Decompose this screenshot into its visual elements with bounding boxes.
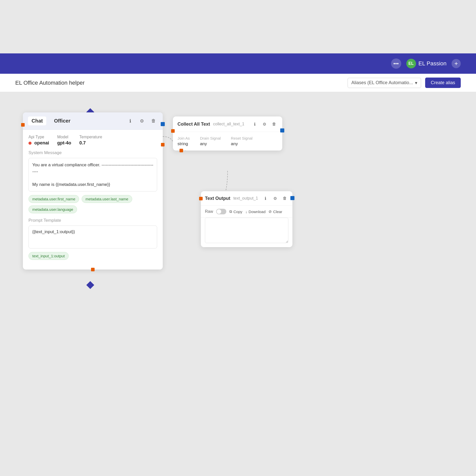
chevron-down-icon: ▾ <box>415 80 417 86</box>
output-node: Text Output text_output_1 ℹ ⚙ 🗑 Raw ⧉ C <box>201 191 292 247</box>
output-header-icons: ℹ ⚙ 🗑 <box>262 195 288 202</box>
meta-row: Api Type openai Model gpt-4o Temperature… <box>28 135 157 146</box>
collect-conn-bottom <box>180 149 183 152</box>
conn-right-top <box>161 122 165 126</box>
canvas: Chat Officer ℹ ⚙ 🗑 Api Type <box>0 92 476 476</box>
diamond-bottom <box>86 281 94 289</box>
raw-toggle[interactable] <box>216 209 226 214</box>
join-as-field: Join As string <box>177 136 190 146</box>
gear-icon: ⚙ <box>140 118 144 124</box>
collect-body: Join As string Drain Signal any Reset Si… <box>173 132 282 151</box>
output-title: Text Output <box>205 196 230 201</box>
api-dot <box>28 142 32 145</box>
copy-icon: ⧉ <box>229 209 232 214</box>
output-text-area[interactable] <box>205 218 288 243</box>
sub-header: EL Office Automation helper Aliases (EL … <box>0 74 476 92</box>
info-button[interactable]: ℹ <box>126 117 134 125</box>
sub-header-actions: Aliases (EL Office Automatio... ▾ Create… <box>348 78 461 88</box>
tag-language[interactable]: metadata.user.language <box>28 205 77 213</box>
prompt-tags: text_input_1:output <box>28 252 157 260</box>
model-field: Model gpt-4o <box>57 135 71 146</box>
more-options-button[interactable]: ••• <box>391 58 401 69</box>
collect-header: Collect All Text collect_all_text_1 ℹ ⚙ … <box>173 116 282 132</box>
tag-text-input[interactable]: text_input_1:output <box>28 252 69 260</box>
prompt-template-label: Prompt Template <box>28 218 157 223</box>
system-message-label: System Message <box>28 150 157 155</box>
node-header: Chat Officer ℹ ⚙ 🗑 <box>23 112 163 130</box>
system-message-tags: metadata.user.first_name metadata.user.l… <box>28 195 157 213</box>
tag-last-name[interactable]: metadata.user.last_name <box>82 195 132 203</box>
delete-button[interactable]: 🗑 <box>150 117 158 125</box>
output-title-row: Text Output text_output_1 <box>205 196 258 201</box>
aliases-dropdown[interactable]: Aliases (EL Office Automatio... ▾ <box>348 78 421 88</box>
output-header: Text Output text_output_1 ℹ ⚙ 🗑 <box>201 191 292 206</box>
output-conn-left <box>199 197 203 200</box>
download-button[interactable]: ↓ Download <box>245 210 265 214</box>
output-info-button[interactable]: ℹ <box>262 195 269 202</box>
avatar: EL <box>406 59 416 68</box>
clear-button[interactable]: ⊘ Clear <box>269 209 282 214</box>
node-tabs: Chat Officer <box>28 116 74 125</box>
info-icon: ℹ <box>254 122 256 127</box>
create-alias-button[interactable]: Create alias <box>425 78 461 88</box>
conn-bottom <box>91 268 95 271</box>
output-id: text_output_1 <box>233 196 258 201</box>
collect-title: Collect All Text <box>177 122 210 127</box>
api-type-field: Api Type openai <box>28 135 49 146</box>
user-name: EL Passion <box>419 60 447 67</box>
output-toolbar: Raw ⧉ Copy ↓ Download ⊘ Clear <box>201 206 292 218</box>
conn-right-mid <box>161 143 165 146</box>
conn-left-top <box>21 123 25 127</box>
top-bar: ••• EL EL Passion + <box>0 53 476 74</box>
collect-id: collect_all_text_1 <box>213 122 244 126</box>
settings-button[interactable]: ⚙ <box>138 117 146 125</box>
collect-fields: Join As string Drain Signal any Reset Si… <box>177 136 278 146</box>
output-conn-right <box>290 196 294 200</box>
user-badge: EL EL Passion <box>406 59 447 68</box>
collect-conn-right <box>280 128 284 132</box>
chat-node: Chat Officer ℹ ⚙ 🗑 Api Type <box>23 112 163 270</box>
drain-signal-field: Drain Signal any <box>200 136 221 146</box>
trash-icon: 🗑 <box>272 122 276 126</box>
collect-header-icons: ℹ ⚙ 🗑 <box>251 121 278 128</box>
raw-label: Raw <box>205 209 213 214</box>
collect-node: Collect All Text collect_all_text_1 ℹ ⚙ … <box>173 116 282 151</box>
trash-icon: 🗑 <box>151 118 156 124</box>
tag-first-name[interactable]: metadata.user.first_name <box>28 195 79 203</box>
collect-title-row: Collect All Text collect_all_text_1 <box>177 122 244 127</box>
output-settings-button[interactable]: ⚙ <box>272 195 279 202</box>
gear-icon: ⚙ <box>273 196 277 201</box>
collect-delete-button[interactable]: 🗑 <box>271 121 278 128</box>
info-icon: ℹ <box>129 118 131 124</box>
info-icon: ℹ <box>265 196 266 201</box>
tab-officer[interactable]: Officer <box>50 116 74 125</box>
add-tab-button[interactable]: + <box>452 59 461 68</box>
node-body: Api Type openai Model gpt-4o Temperature… <box>23 130 163 270</box>
page-title: EL Office Automation helper <box>15 80 85 86</box>
tab-chat[interactable]: Chat <box>28 116 46 125</box>
node-header-icons: ℹ ⚙ 🗑 <box>126 117 158 125</box>
reset-signal-field: Reset Signal any <box>231 136 252 146</box>
collect-conn-left <box>171 129 175 133</box>
download-icon: ↓ <box>245 210 247 214</box>
system-message-text[interactable]: You are a virtual compliance officer. --… <box>28 158 157 191</box>
temperature-field: Temperature 0.7 <box>79 135 102 146</box>
prompt-template-text[interactable]: {{text_input_1:output}} <box>28 226 157 248</box>
gear-icon: ⚙ <box>263 122 266 127</box>
collect-settings-button[interactable]: ⚙ <box>261 121 268 128</box>
trash-icon: 🗑 <box>283 196 287 201</box>
output-delete-button[interactable]: 🗑 <box>281 195 288 202</box>
clear-icon: ⊘ <box>269 209 272 214</box>
copy-button[interactable]: ⧉ Copy <box>229 209 242 214</box>
collect-info-button[interactable]: ℹ <box>251 121 258 128</box>
